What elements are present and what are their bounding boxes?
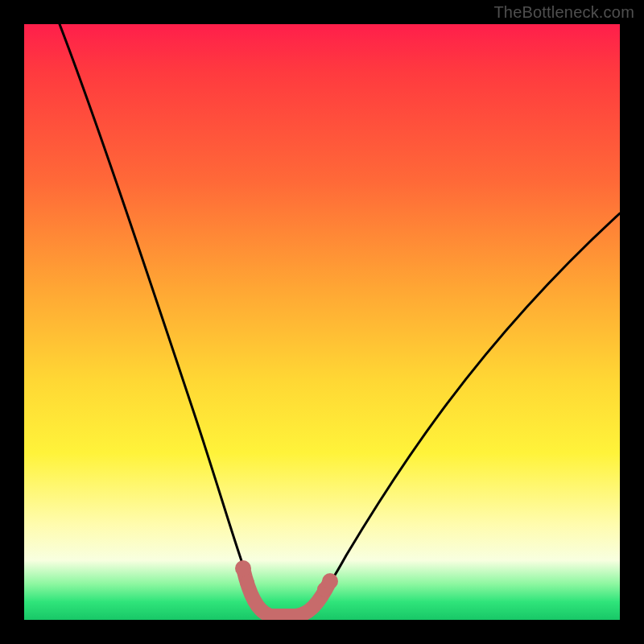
highlight-dot [322, 573, 338, 589]
chart-svg [24, 24, 620, 620]
highlight-dot [235, 560, 251, 576]
bottleneck-curve [60, 24, 620, 617]
chart-frame: TheBottleneck.com [0, 0, 644, 644]
highlight-dot [240, 576, 254, 590]
highlight-band [243, 568, 330, 616]
watermark-text: TheBottleneck.com [493, 3, 634, 22]
plot-area [24, 24, 620, 620]
